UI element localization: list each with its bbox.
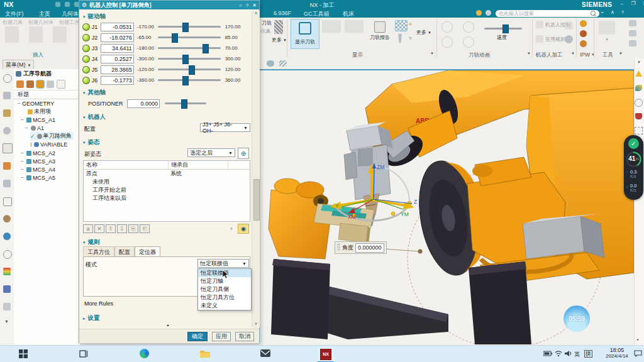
scroll-up-icon[interactable]: ∧ <box>252 11 260 16</box>
drag-handle-icon[interactable] <box>337 244 340 251</box>
tree-item-mcs-a5[interactable]: −MCS_A5 <box>21 173 55 182</box>
notification-icon[interactable] <box>634 350 642 357</box>
more-display-button[interactable]: 更多▼ <box>416 29 431 36</box>
show-machine-icon[interactable] <box>345 20 364 33</box>
edge-icon[interactable] <box>140 349 149 358</box>
copy-posture-button[interactable]: ⎘ <box>128 224 138 233</box>
flash-apply-button[interactable]: ⚡ <box>226 224 236 233</box>
create-operation-button[interactable]: 创建工序 <box>59 19 79 26</box>
j3-value-input[interactable]: 34.6411 <box>101 44 134 53</box>
view-percent-icon[interactable] <box>279 60 287 67</box>
minimize-button[interactable]: – <box>616 1 628 6</box>
ime-language[interactable]: 英 <box>574 351 580 359</box>
dialog-collapse-arrow[interactable]: ▲ <box>166 323 170 327</box>
dialog-close-icon[interactable]: ✕ <box>252 3 257 8</box>
tree-item-geometry[interactable]: −GEOMETRY <box>18 99 54 107</box>
section-posture[interactable]: ▾姿态 <box>83 138 100 146</box>
go-start-icon[interactable] <box>441 36 453 48</box>
search-icon[interactable] <box>591 11 596 16</box>
angle-value-input[interactable]: 0.000000 <box>355 243 384 253</box>
speed-slider[interactable] <box>484 24 522 33</box>
tab-positioner[interactable]: 定位器 <box>135 246 160 258</box>
resource-assembly-icon[interactable] <box>3 92 11 99</box>
config-dropdown[interactable]: J3+ J5+ J6- OH-▼ <box>200 123 250 132</box>
option-constant-tool-side[interactable]: 恒定刀具侧 <box>198 285 251 293</box>
resource-clock-icon[interactable] <box>3 250 12 259</box>
section-drive-axes[interactable]: ▾驱动轴 <box>83 13 106 21</box>
rename-posture-button[interactable]: a <box>83 224 93 233</box>
paste-posture-button[interactable]: ⎗ <box>140 224 150 233</box>
ipw-delete-icon[interactable] <box>580 40 587 47</box>
robot-group-caret[interactable]: ▼ <box>571 52 575 55</box>
j5-slider[interactable] <box>158 65 219 74</box>
move-down-button[interactable]: ⇩ <box>117 224 127 233</box>
tree-item-mcs-a4[interactable]: −MCS_A4 <box>21 165 55 173</box>
resource-operation-nav-icon[interactable] <box>3 143 13 153</box>
custom-assembly-icon[interactable] <box>599 21 615 35</box>
minimize-ribbon-icon[interactable]: ∧ <box>609 9 616 15</box>
task-view-button[interactable] <box>79 349 88 358</box>
volume-icon[interactable] <box>565 350 572 357</box>
timer-bubble[interactable]: 05:59 <box>564 305 590 332</box>
clock[interactable]: 18:05 2024/4/14 <box>602 347 631 359</box>
redo-icon[interactable] <box>65 2 70 7</box>
step-up-icon[interactable]: ▲ <box>408 20 413 26</box>
tree-item-mcs-a3[interactable]: −MCS_A3 <box>21 157 55 165</box>
resource-constraint-icon[interactable] <box>3 109 11 117</box>
posture-row-unused[interactable]: 未使用 <box>84 178 250 186</box>
positioner-slider[interactable] <box>165 99 206 108</box>
nav-program-view-icon[interactable] <box>16 80 24 88</box>
create-tool-button[interactable]: 创建刀具 <box>3 19 23 26</box>
j6-slider[interactable] <box>158 75 219 85</box>
nav-filter-icon[interactable] <box>57 80 65 89</box>
tools-extra-caret[interactable]: ▼ <box>605 38 609 41</box>
j3-slider[interactable] <box>158 43 219 53</box>
ok-button[interactable]: 确定 <box>187 332 208 341</box>
tree-item-unused[interactable]: 未用项 <box>26 107 51 116</box>
anim-group-caret[interactable]: ▼ <box>527 52 531 55</box>
resource-box-icon[interactable] <box>3 197 12 206</box>
mode-dropdown[interactable]: 恒定联接值▼ <box>197 259 249 268</box>
search-input[interactable]: 在此输入以搜索 <box>499 10 534 17</box>
fit-view-icon[interactable] <box>635 127 643 134</box>
play-forward-icon[interactable] <box>463 21 474 33</box>
scrollbar-thumb[interactable] <box>253 179 260 221</box>
j1-value-input[interactable]: -0.0531 <box>101 23 134 31</box>
col-name[interactable]: 名称 <box>84 161 169 169</box>
toolpath-verify-icon[interactable] <box>274 20 283 34</box>
show-toolpath-button[interactable]: 显示刀轨 <box>291 19 319 49</box>
resource-palette-icon[interactable] <box>3 268 11 275</box>
animation-bird-icon[interactable] <box>635 85 642 91</box>
apply-button[interactable]: 应用 <box>212 332 231 341</box>
ipw-show-icon[interactable] <box>580 20 587 27</box>
tree-item-operation[interactable]: ✓ 单刀路倒角 <box>30 132 74 140</box>
robot-sync-icon[interactable] <box>565 35 573 43</box>
j1-slider[interactable] <box>158 22 219 31</box>
section-rules[interactable]: ▾规则 <box>83 238 100 246</box>
new-posture-dropdown[interactable]: 选定之后▼ <box>187 148 235 157</box>
play-back-icon[interactable] <box>441 21 453 33</box>
start-button[interactable] <box>19 349 28 358</box>
rewind-icon[interactable] <box>635 99 643 107</box>
file-explorer-icon[interactable] <box>200 349 210 358</box>
posture-row-after[interactable]: 工序结束以后 <box>84 194 250 202</box>
toolpath-report-button[interactable]: 刀轨报告 <box>369 19 391 48</box>
tree-item-a1[interactable]: −A1 <box>25 124 44 132</box>
resource-kf-icon[interactable] <box>3 285 11 293</box>
section-other-axes[interactable]: ▾其他轴 <box>83 89 106 97</box>
col-inherit[interactable]: 继承自 <box>169 161 228 169</box>
nav-tool-view-icon[interactable] <box>26 80 34 88</box>
undo-icon[interactable] <box>55 2 60 7</box>
ipw-save-icon[interactable] <box>580 30 587 37</box>
delete-posture-button[interactable]: ✕ <box>94 224 104 233</box>
nx-taskbar-button[interactable]: NX <box>318 347 334 362</box>
create-tool-icon[interactable] <box>5 26 19 43</box>
resource-gear-icon[interactable] <box>3 74 12 83</box>
step-down-icon[interactable]: ▼ <box>408 35 413 41</box>
resource-machine-nav-icon[interactable] <box>3 162 11 170</box>
more-left-button[interactable]: 更多▼ <box>272 36 287 43</box>
fullscreen-icon[interactable]: ⌐ <box>599 9 606 15</box>
positioner-value-input[interactable]: 0.0000 <box>127 99 160 108</box>
mail-icon[interactable] <box>260 349 270 358</box>
tab-version[interactable]: 6.936F <box>274 10 291 16</box>
